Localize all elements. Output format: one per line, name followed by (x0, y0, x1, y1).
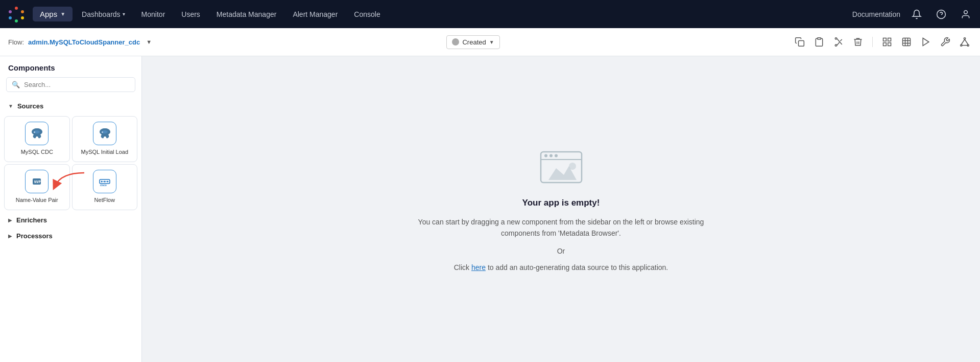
svg-rect-17 (883, 38, 887, 41)
svg-point-2 (21, 10, 24, 13)
status-label: Created (462, 38, 486, 46)
canvas: Your app is empty! You can start by drag… (142, 56, 980, 362)
mysql-cdc-label: MySQL CDC (21, 148, 53, 155)
name-value-pair-card[interactable]: NVP Name-Value Pair (4, 164, 70, 210)
paste-button[interactable] (812, 35, 826, 49)
svg-point-4 (15, 19, 18, 22)
svg-line-15 (837, 42, 840, 46)
name-value-pair-icon: NVP (25, 170, 49, 193)
wrench-button[interactable] (938, 35, 952, 49)
mysql-cdc-card[interactable]: MySQL CDC (4, 116, 70, 162)
svg-point-46 (549, 154, 553, 157)
svg-rect-21 (903, 38, 911, 46)
dashboards-label: Dashboards (82, 10, 121, 18)
status-dot-icon (452, 38, 459, 46)
topology-button[interactable] (958, 35, 972, 49)
svg-point-48 (569, 163, 576, 170)
name-value-pair-label: Name-Value Pair (16, 196, 58, 203)
toolbar-separator (872, 37, 873, 47)
cut-button[interactable] (831, 35, 846, 49)
flow-dropdown-button[interactable]: ▼ (144, 38, 154, 46)
svg-point-6 (9, 10, 12, 13)
svg-point-3 (21, 16, 24, 19)
components-grid: MySQL CDC MySQL Initial Load (0, 114, 141, 212)
svg-point-47 (555, 154, 558, 157)
here-link[interactable]: here (471, 263, 486, 272)
status-area: Created ▼ (446, 35, 499, 49)
netflow-card[interactable]: cisco NetFlow (72, 164, 138, 210)
svg-point-5 (9, 16, 12, 19)
empty-description: You can start by dragging a new componen… (418, 216, 704, 239)
svg-text:NVP: NVP (34, 180, 41, 184)
status-chevron-icon: ▼ (489, 39, 494, 45)
toolbar-area (793, 35, 972, 49)
svg-rect-19 (883, 43, 887, 46)
chart-button[interactable] (899, 35, 914, 49)
svg-point-9 (964, 10, 968, 14)
status-button[interactable]: Created ▼ (446, 35, 499, 49)
svg-rect-18 (888, 38, 891, 41)
components-grid-container: MySQL CDC MySQL Initial Load (0, 114, 141, 212)
processors-chevron-icon: ▶ (8, 233, 12, 239)
empty-state-icon (536, 147, 587, 190)
svg-rect-10 (799, 41, 804, 47)
help-button[interactable] (933, 6, 949, 22)
apps-label: Apps (40, 10, 57, 18)
monitor-button[interactable]: Monitor (134, 7, 173, 21)
search-box[interactable]: 🔍 (6, 77, 135, 92)
empty-state: Your app is empty! You can start by drag… (418, 147, 704, 272)
svg-point-1 (15, 7, 18, 10)
mysql-initial-load-card[interactable]: MySQL Initial Load (72, 116, 138, 162)
processors-section-title: Processors (16, 232, 53, 240)
users-label: Users (181, 10, 200, 18)
notification-button[interactable] (909, 6, 925, 22)
mysql-cdc-icon (25, 122, 49, 145)
svg-rect-20 (888, 43, 891, 46)
documentation-link[interactable]: Documentation (852, 10, 900, 18)
empty-title: Your app is empty! (522, 198, 600, 208)
metadata-manager-label: Metadata Manager (217, 10, 277, 18)
processors-section-header[interactable]: ▶ Processors (0, 228, 141, 244)
profile-button[interactable] (958, 6, 974, 22)
alert-manager-button[interactable]: Alert Manager (285, 7, 345, 21)
svg-point-38 (107, 181, 108, 183)
search-icon: 🔍 (12, 81, 20, 88)
console-label: Console (354, 10, 380, 18)
mysql-initial-load-icon (93, 122, 116, 145)
svg-point-37 (104, 181, 105, 183)
svg-line-31 (965, 39, 968, 44)
search-input[interactable] (24, 81, 130, 88)
delete-button[interactable] (851, 35, 865, 49)
netflow-label: NetFlow (94, 196, 115, 203)
dashboards-button[interactable]: Dashboards ▾ (75, 7, 132, 21)
flow-prefix-label: Flow: (8, 38, 24, 46)
sidebar: Components 🔍 ▼ Sources (0, 56, 142, 362)
top-nav: Apps ▼ Dashboards ▾ Monitor Users Metada… (0, 0, 980, 28)
enrichers-chevron-icon: ▶ (8, 217, 12, 223)
empty-click-text: Click here to add an auto-generating dat… (454, 263, 668, 272)
netflow-icon: cisco (93, 170, 116, 193)
app-logo (6, 4, 27, 25)
copy-button[interactable] (793, 35, 807, 49)
apps-button[interactable]: Apps ▼ (33, 7, 73, 21)
monitor-label: Monitor (141, 10, 165, 18)
subheader: Flow: admin.MySQLToCloudSpanner_cdc ▼ Cr… (0, 28, 980, 56)
svg-point-27 (964, 38, 965, 39)
svg-point-13 (835, 38, 836, 39)
svg-marker-26 (923, 38, 929, 46)
console-button[interactable]: Console (347, 7, 387, 21)
svg-point-12 (835, 44, 836, 46)
deploy-button[interactable] (919, 35, 933, 49)
svg-point-45 (544, 154, 547, 157)
sources-section-header[interactable]: ▼ Sources (0, 98, 141, 114)
grid-button[interactable] (880, 35, 894, 49)
apps-chevron-icon: ▼ (60, 11, 65, 17)
empty-or-label: Or (557, 247, 565, 255)
enrichers-section-header[interactable]: ▶ Enrichers (0, 212, 141, 228)
metadata-manager-button[interactable]: Metadata Manager (209, 7, 284, 21)
svg-line-14 (837, 38, 842, 44)
sources-section-title: Sources (17, 102, 43, 110)
svg-text:cisco: cisco (100, 184, 107, 187)
users-button[interactable]: Users (174, 7, 207, 21)
flow-name-label[interactable]: admin.MySQLToCloudSpanner_cdc (28, 38, 140, 46)
